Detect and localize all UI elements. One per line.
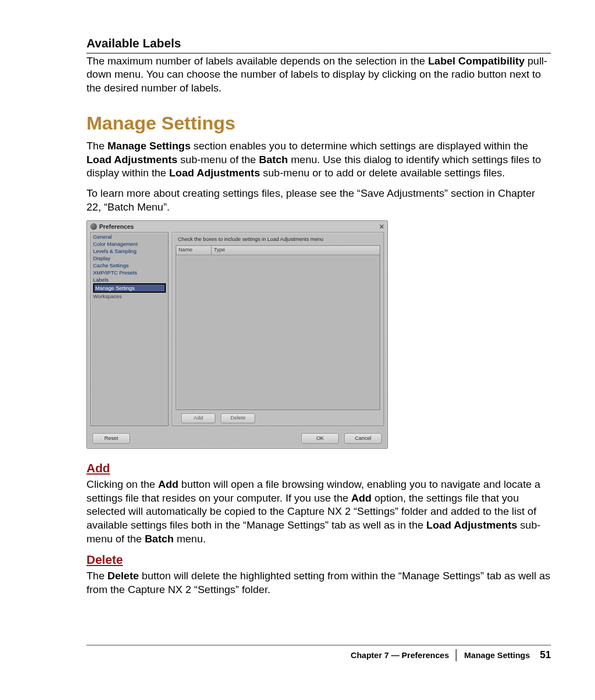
footer-page-number: 51 [540,649,551,660]
bold-text: Batch [145,533,174,545]
add-button[interactable]: Add [181,413,215,423]
sidebar-item-display[interactable]: Display [92,255,167,262]
heading-manage-settings: Manage Settings [86,111,551,135]
sidebar-item-levels-sampling[interactable]: Levels & Sampling [92,247,167,255]
text: sub-menu or to add or delete available s… [260,167,505,179]
dialog-main-panel: Check the boxes to include settings in L… [172,232,384,426]
footer-divider: │ [453,649,459,660]
bold-text: Load Adjustments [86,154,177,165]
reset-button[interactable]: Reset [93,433,130,444]
dialog-footer: Reset OK Cancel [87,430,387,448]
table-header: Name Type [176,246,380,255]
sidebar-item-cache-settings[interactable]: Cache Settings [92,262,167,269]
sidebar-item-workspaces[interactable]: Workspaces [92,293,167,300]
heading-add: Add [86,461,551,477]
paragraph-delete: The Delete button will delete the highli… [86,569,551,596]
app-icon [90,223,97,230]
text: sub-menu of the [177,154,259,165]
bold-text: Batch [259,154,288,165]
column-type[interactable]: Type [212,246,380,255]
paragraph-manage-settings-2: To learn more about creating settings fi… [86,187,551,214]
bold-text: Manage Settings [107,140,191,152]
text: button will delete the highlighted setti… [86,570,550,595]
paragraph-available-labels: The maximum number of labels available d… [86,55,551,95]
footer-section: Manage Settings [464,650,530,660]
dialog-instruction: Check the boxes to include settings in L… [178,236,380,243]
dialog-body: General Color Management Levels & Sampli… [87,232,387,430]
delete-button[interactable]: Delete [221,413,255,423]
text: The [86,570,107,581]
cancel-button[interactable]: Cancel [344,433,382,444]
bold-text: Add [351,492,372,504]
dialog-titlebar: Preferences × [87,221,387,232]
document-page: Available Labels The maximum number of l… [0,0,595,700]
bold-text: Add [158,478,178,490]
text: section enables you to determine which s… [191,140,528,152]
bold-text: Delete [107,570,139,581]
bold-text: Load Adjustments [169,167,260,179]
close-icon[interactable]: × [380,223,384,230]
bold-text: Load Adjustments [426,519,517,531]
page-footer: Chapter 7 — Preferences │ Manage Setting… [86,645,551,661]
text: The [86,140,107,152]
sidebar-item-xmp-iptc-presets[interactable]: XMP/IPTC Presets [92,269,167,276]
sidebar-item-labels[interactable]: Labels [92,276,167,283]
sidebar-item-color-management[interactable]: Color Management [92,240,167,247]
column-name[interactable]: Name [176,246,212,255]
dialog-title-text: Preferences [99,223,134,230]
text: Clicking on the [86,478,158,490]
paragraph-manage-settings-1: The Manage Settings section enables you … [86,139,551,180]
text: The maximum number of labels available d… [86,55,428,67]
footer-chapter: Chapter 7 — Preferences [351,650,449,660]
settings-table: Name Type [176,245,380,411]
heading-delete: Delete [86,552,551,568]
sidebar-item-general[interactable]: General [92,233,167,240]
dialog-title: Preferences [90,223,134,230]
paragraph-add: Clicking on the Add button will open a f… [86,478,551,546]
bold-text: Label Compatibility [428,55,524,67]
ok-button[interactable]: OK [301,433,339,444]
preferences-sidebar: General Color Management Levels & Sampli… [90,232,169,426]
table-buttons: Add Delete [176,410,380,423]
preferences-dialog: Preferences × General Color Management L… [86,220,388,449]
sidebar-item-manage-settings[interactable]: Manage Settings [93,283,166,293]
text: menu. [174,533,205,545]
heading-available-labels: Available Labels [86,36,551,53]
